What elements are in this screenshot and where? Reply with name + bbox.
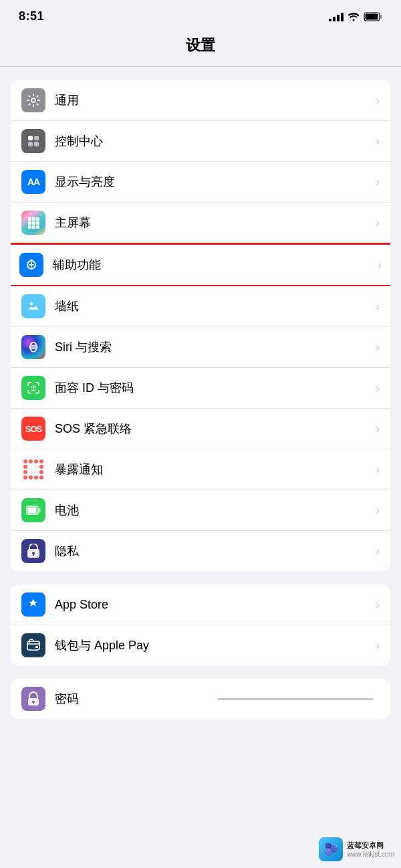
accessibility-label: 辅助功能 — [53, 257, 378, 273]
settings-row-privacy[interactable]: 隐私 › — [11, 531, 390, 571]
faceid-label: 面容 ID 与密码 — [55, 380, 376, 396]
settings-row-password[interactable]: 密码 — [11, 679, 390, 719]
watermark-logo: 🫐 — [319, 837, 343, 861]
siri-label: Siri 与搜索 — [55, 339, 376, 355]
watermark-text: 蓝莓安卓网 www.lmkjst.com — [347, 841, 394, 858]
svg-rect-28 — [35, 646, 38, 648]
svg-rect-23 — [39, 508, 41, 512]
display-chevron: › — [376, 175, 380, 189]
settings-row-display[interactable]: AA 显示与亮度 › — [11, 162, 390, 203]
appstore-icon — [21, 592, 45, 617]
wallpaper-icon — [21, 294, 45, 318]
status-time: 8:51 — [19, 9, 44, 23]
appstore-chevron: › — [376, 598, 380, 612]
battery-label: 电池 — [55, 502, 376, 518]
svg-rect-12 — [32, 221, 35, 225]
svg-rect-10 — [36, 217, 39, 221]
sos-label: SOS 紧急联络 — [55, 421, 376, 437]
svg-rect-13 — [36, 221, 39, 225]
settings-row-battery[interactable]: 电池 › — [11, 490, 390, 531]
svg-rect-4 — [28, 136, 33, 140]
settings-row-sos[interactable]: SOS SOS 紧急联络 › — [11, 409, 390, 449]
exposure-label: 暴露通知 — [55, 461, 376, 477]
svg-rect-1 — [366, 13, 378, 19]
display-label: 显示与亮度 — [55, 174, 376, 190]
display-icon: AA — [21, 170, 45, 194]
general-label: 通用 — [55, 92, 376, 108]
signal-icon — [329, 12, 344, 21]
password-bar — [217, 698, 373, 700]
svg-rect-22 — [28, 508, 37, 514]
settings-row-general[interactable]: 通用 › — [11, 80, 390, 121]
faceid-chevron: › — [376, 381, 380, 395]
svg-point-3 — [31, 98, 35, 102]
settings-row-wallet[interactable]: 钱包与 Apple Pay › — [11, 625, 390, 665]
accessibility-icon — [19, 253, 43, 277]
battery-icon — [21, 498, 45, 522]
control-center-icon — [21, 129, 45, 153]
status-icons — [329, 12, 382, 21]
settings-group-2: App Store › 钱包与 Apple Pay › — [11, 584, 390, 665]
svg-rect-9 — [32, 217, 35, 221]
home-screen-chevron: › — [376, 216, 380, 230]
status-bar: 8:51 — [0, 0, 401, 30]
settings-row-home-screen[interactable]: 主屏幕 › — [11, 203, 390, 243]
exposure-icon — [21, 457, 45, 481]
control-center-chevron: › — [376, 134, 380, 148]
svg-rect-11 — [28, 221, 31, 225]
sos-icon: SOS — [21, 417, 45, 441]
sos-chevron: › — [376, 422, 380, 436]
svg-rect-15 — [32, 225, 35, 229]
battery-icon — [364, 12, 382, 21]
svg-rect-2 — [380, 15, 382, 19]
appstore-label: App Store — [55, 598, 376, 612]
svg-rect-14 — [28, 225, 31, 229]
privacy-icon — [21, 539, 45, 563]
svg-rect-5 — [34, 136, 39, 140]
settings-row-siri[interactable]: Siri 与搜索 › — [11, 327, 390, 368]
password-label: 密码 — [55, 691, 211, 707]
general-chevron: › — [376, 94, 380, 108]
home-screen-icon — [21, 211, 45, 235]
settings-row-exposure[interactable]: 暴露通知 › — [11, 449, 390, 490]
svg-rect-6 — [28, 142, 33, 146]
accessibility-chevron: › — [378, 258, 382, 272]
page-title: 设置 — [0, 30, 401, 67]
battery-chevron: › — [376, 504, 380, 518]
svg-rect-16 — [36, 225, 39, 229]
wallet-label: 钱包与 Apple Pay — [55, 637, 376, 653]
settings-row-appstore[interactable]: App Store › — [11, 584, 390, 625]
wifi-icon — [348, 12, 360, 21]
wallet-chevron: › — [376, 639, 380, 653]
general-icon — [21, 88, 45, 112]
settings-row-faceid[interactable]: 面容 ID 与密码 › — [11, 368, 390, 409]
control-center-label: 控制中心 — [55, 133, 376, 149]
home-screen-label: 主屏幕 — [55, 215, 376, 231]
privacy-label: 隐私 — [55, 543, 376, 559]
settings-row-accessibility[interactable]: 辅助功能 › — [11, 243, 390, 287]
settings-row-control-center[interactable]: 控制中心 › — [11, 121, 390, 162]
svg-point-19 — [30, 302, 33, 305]
watermark: 🫐 蓝莓安卓网 www.lmkjst.com — [319, 837, 394, 861]
password-icon — [21, 687, 45, 711]
svg-rect-31 — [33, 702, 34, 704]
svg-rect-8 — [28, 217, 31, 221]
privacy-chevron: › — [376, 544, 380, 558]
wallet-icon — [21, 633, 45, 657]
siri-icon — [21, 335, 45, 359]
siri-chevron: › — [376, 340, 380, 354]
svg-rect-7 — [34, 142, 39, 146]
settings-group-1: 通用 › 控制中心 › AA 显示与亮度 › — [11, 80, 390, 571]
wallpaper-label: 墙纸 — [55, 298, 376, 314]
settings-row-wallpaper[interactable]: 墙纸 › — [11, 286, 390, 327]
faceid-icon — [21, 376, 45, 400]
svg-rect-26 — [33, 554, 34, 556]
exposure-chevron: › — [376, 463, 380, 477]
wallpaper-chevron: › — [376, 300, 380, 314]
settings-group-3: 密码 — [11, 679, 390, 719]
